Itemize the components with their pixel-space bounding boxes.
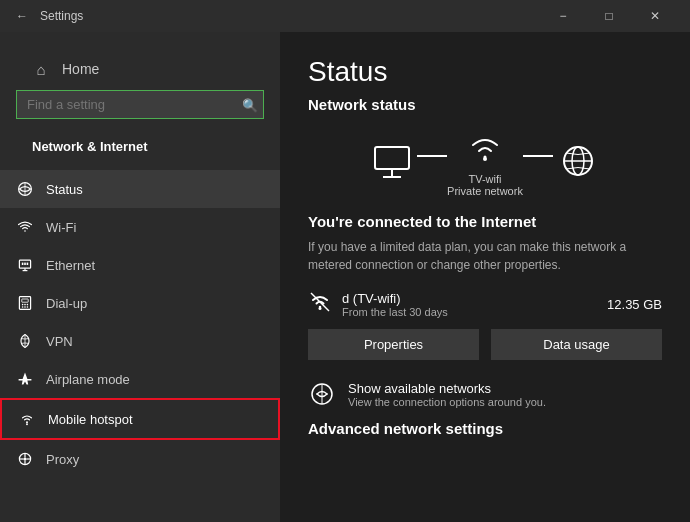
back-button[interactable]: ← <box>12 7 32 25</box>
svg-point-15 <box>27 306 29 308</box>
dialup-label: Dial-up <box>46 296 87 311</box>
show-networks-row[interactable]: Show available networks View the connect… <box>308 380 662 408</box>
search-input[interactable] <box>16 90 264 119</box>
maximize-button[interactable]: □ <box>586 0 632 32</box>
title-bar-title: Settings <box>40 9 83 23</box>
line1 <box>417 155 447 157</box>
svg-point-27 <box>483 157 487 161</box>
network-name: d (TV-wifi) <box>342 291 448 306</box>
svg-point-14 <box>24 306 26 308</box>
search-wrapper: 🔍 <box>16 90 264 119</box>
home-label: Home <box>62 61 99 77</box>
properties-button[interactable]: Properties <box>308 329 479 360</box>
wifi-label: Wi-Fi <box>46 220 76 235</box>
hotspot-icon <box>18 410 36 428</box>
wifi-diagram-label: TV-wifi Private network <box>447 173 523 197</box>
wifi-diagram-icon: TV-wifi Private network <box>447 129 523 197</box>
proxy-label: Proxy <box>46 452 79 467</box>
line2 <box>523 155 553 157</box>
sidebar-item-airplane[interactable]: Airplane mode <box>0 360 280 398</box>
svg-point-10 <box>22 304 24 306</box>
title-bar: ← Settings − □ ✕ <box>0 0 690 32</box>
close-button[interactable]: ✕ <box>632 0 678 32</box>
airplane-label: Airplane mode <box>46 372 130 387</box>
svg-rect-9 <box>22 299 28 302</box>
sidebar: ⌂ Home 🔍 Network & Internet Status <box>0 32 280 522</box>
vpn-label: VPN <box>46 334 73 349</box>
nav-list: Status Wi-Fi <box>0 170 280 478</box>
dialup-icon <box>16 294 34 312</box>
status-label: Status <box>46 182 83 197</box>
sidebar-item-proxy[interactable]: Proxy <box>0 440 280 478</box>
sidebar-item-ethernet[interactable]: Ethernet <box>0 246 280 284</box>
connected-text: You're connected to the Internet <box>308 213 662 230</box>
svg-point-17 <box>26 423 28 425</box>
show-networks-text: Show available networks View the connect… <box>348 381 546 408</box>
page-title: Status <box>308 56 662 88</box>
show-networks-icon <box>308 380 336 408</box>
airplane-icon <box>16 370 34 388</box>
action-buttons: Properties Data usage <box>308 329 662 360</box>
sidebar-item-hotspot[interactable]: Mobile hotspot <box>0 398 280 440</box>
data-amount: 12.35 GB <box>607 297 662 312</box>
sidebar-header: ⌂ Home 🔍 Network & Internet <box>0 32 280 170</box>
svg-rect-6 <box>24 263 26 265</box>
svg-point-13 <box>22 306 24 308</box>
home-icon: ⌂ <box>32 60 50 78</box>
show-networks-desc: View the connection options around you. <box>348 396 546 408</box>
status-icon <box>16 180 34 198</box>
network-diagram: TV-wifi Private network <box>308 129 662 197</box>
globe-icon <box>553 143 603 183</box>
svg-rect-24 <box>375 147 409 169</box>
sidebar-item-status[interactable]: Status <box>0 170 280 208</box>
svg-point-31 <box>319 307 322 310</box>
search-button[interactable]: 🔍 <box>242 97 258 112</box>
network-status-title: Network status <box>308 96 662 113</box>
wifi-name: TV-wifi <box>447 173 523 185</box>
window-controls: − □ ✕ <box>540 0 678 32</box>
sidebar-item-wifi[interactable]: Wi-Fi <box>0 208 280 246</box>
sidebar-item-home[interactable]: ⌂ Home <box>16 48 264 90</box>
computer-icon <box>367 143 417 183</box>
minimize-button[interactable]: − <box>540 0 586 32</box>
main-container: ⌂ Home 🔍 Network & Internet Status <box>0 32 690 522</box>
svg-rect-5 <box>22 263 24 265</box>
advanced-title: Advanced network settings <box>308 420 662 437</box>
nav-section-title: Network & Internet <box>16 135 264 162</box>
svg-point-19 <box>23 457 26 460</box>
network-info-row: d (TV-wifi) From the last 30 days 12.35 … <box>308 290 662 319</box>
proxy-icon <box>16 450 34 468</box>
sidebar-item-dialup[interactable]: Dial-up <box>0 284 280 322</box>
network-wifi-icon <box>308 290 332 319</box>
wifi-sub: Private network <box>447 185 523 197</box>
svg-point-12 <box>27 304 29 306</box>
vpn-icon <box>16 332 34 350</box>
sidebar-item-vpn[interactable]: VPN <box>0 322 280 360</box>
content-area: Status Network status <box>280 32 690 522</box>
hotspot-label: Mobile hotspot <box>48 412 133 427</box>
ethernet-icon <box>16 256 34 274</box>
ethernet-label: Ethernet <box>46 258 95 273</box>
data-usage-button[interactable]: Data usage <box>491 329 662 360</box>
network-text: d (TV-wifi) From the last 30 days <box>342 291 448 318</box>
network-sub: From the last 30 days <box>342 306 448 318</box>
network-left: d (TV-wifi) From the last 30 days <box>308 290 448 319</box>
svg-rect-7 <box>27 263 29 265</box>
connected-desc: If you have a limited data plan, you can… <box>308 238 662 274</box>
svg-point-11 <box>24 304 26 306</box>
wifi-icon <box>16 218 34 236</box>
show-networks-title: Show available networks <box>348 381 546 396</box>
